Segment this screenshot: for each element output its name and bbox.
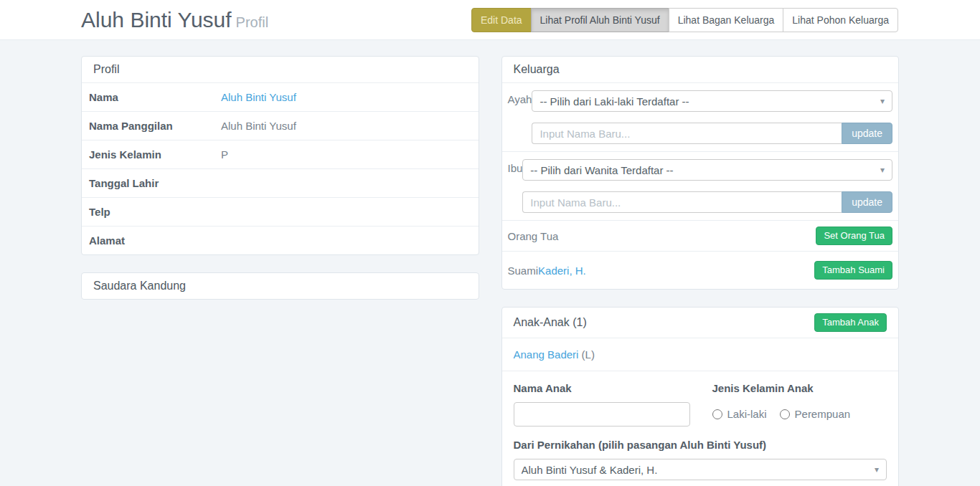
husband-label: Suami [508, 265, 539, 277]
parents-label: Orang Tua [508, 230, 559, 242]
profile-row-label: Nama Panggilan [88, 118, 221, 133]
right-column: Keluarga Ayah -- Pilih dari Laki-laki Te… [501, 56, 900, 486]
table-row: Jenis Kelamin P [82, 140, 479, 168]
gender-radio-female[interactable] [780, 409, 790, 419]
profile-row-label: Alamat [88, 233, 221, 248]
table-row: Nama Aluh Binti Yusuf [82, 82, 479, 111]
profile-row-value: P [221, 147, 473, 162]
table-row: Telp [82, 197, 479, 226]
chevron-down-icon: ▾ [875, 464, 879, 475]
set-parents-button[interactable]: Set Orang Tua [816, 227, 892, 245]
view-family-chart-button[interactable]: Lihat Bagan Keluarga [669, 8, 784, 32]
siblings-panel: Saudara Kandung [81, 272, 479, 300]
gender-option-female[interactable]: Perempuan [780, 408, 851, 420]
child-name-input[interactable] [514, 402, 690, 427]
left-column: Profil Nama Aluh Binti Yusuf Nama Panggi… [81, 56, 479, 317]
page-header: Aluh Binti YusufProfil Edit Data Lihat P… [0, 0, 980, 40]
father-label: Ayah [508, 90, 532, 144]
view-family-tree-button[interactable]: Lihat Pohon Keluarga [783, 8, 898, 32]
mother-update-button[interactable]: update [842, 191, 892, 213]
add-child-button[interactable]: Tambah Anak [814, 313, 887, 332]
gender-option-male-label: Laki-laki [727, 408, 767, 420]
profile-row-value [221, 176, 473, 191]
page-title-block: Aluh Binti YusufProfil [81, 8, 268, 32]
parents-row: Orang Tua Set Orang Tua [502, 220, 899, 251]
profile-row-label: Telp [88, 204, 221, 219]
profile-row-label: Jenis Kelamin [88, 147, 221, 162]
husband-name-link[interactable]: Kaderi, H. [538, 265, 586, 277]
profile-row-value [221, 233, 473, 248]
page-subtitle: Profil [236, 14, 269, 30]
mother-select-value: -- Pilih dari Wanita Terdaftar -- [530, 164, 673, 176]
child-gender-suffix: (L) [578, 348, 595, 361]
siblings-panel-title: Saudara Kandung [82, 273, 479, 299]
chevron-down-icon: ▾ [880, 165, 885, 175]
profile-panel: Profil Nama Aluh Binti Yusuf Nama Panggi… [81, 56, 479, 255]
table-row: Alamat [82, 226, 479, 254]
child-name-link[interactable]: Anang Baderi [514, 348, 579, 361]
mother-new-name-group: update [522, 191, 892, 213]
table-row: Nama Panggilan Aluh Binti Yusuf [82, 111, 479, 140]
child-gender-options: Laki-laki Perempuan [712, 408, 887, 420]
marriage-label: Dari Pernikahan (pilih pasangan Aluh Bin… [514, 439, 887, 452]
add-child-form: Nama Anak Jenis Kelamin Anak Laki-laki [502, 371, 899, 486]
family-panel: Keluarga Ayah -- Pilih dari Laki-laki Te… [501, 56, 900, 290]
father-select-value: -- Pilih dari Laki-laki Terdaftar -- [540, 95, 689, 108]
view-profile-button[interactable]: Lihat Profil Aluh Binti Yusuf [531, 8, 669, 32]
children-panel-heading: Anak-Anak (1) Tambah Anak [502, 308, 899, 338]
marriage-select[interactable]: Aluh Binti Yusuf & Kaderi, H. ▾ [514, 459, 887, 480]
profile-panel-title: Profil [82, 57, 479, 82]
add-husband-button[interactable]: Tambah Suami [814, 261, 892, 280]
gender-option-male[interactable]: Laki-laki [712, 408, 767, 420]
children-panel-title: Anak-Anak (1) [514, 315, 587, 330]
family-panel-title: Keluarga [502, 57, 899, 82]
gender-radio-male[interactable] [712, 409, 722, 419]
child-gender-label: Jenis Kelamin Anak [712, 382, 887, 395]
table-row: Tanggal Lahir [82, 168, 479, 197]
list-item: Anang Baderi (L) [502, 338, 899, 371]
father-new-name-input[interactable] [532, 123, 842, 144]
child-name-label: Nama Anak [514, 382, 690, 395]
profile-row-value [221, 204, 473, 219]
profile-row-label: Tanggal Lahir [88, 176, 221, 191]
marriage-select-value: Aluh Binti Yusuf & Kaderi, H. [522, 464, 658, 476]
profile-row-value: Aluh Binti Yusuf [221, 118, 473, 133]
mother-label: Ibu [508, 159, 523, 213]
husband-row: Suami Kaderi, H. Tambah Suami [502, 251, 899, 289]
profile-row-label: Nama [88, 90, 221, 105]
father-new-name-group: update [532, 123, 892, 144]
view-nav-button-group: Edit Data Lihat Profil Aluh Binti Yusuf … [471, 8, 898, 32]
page-title: Aluh Binti Yusuf [81, 8, 232, 32]
main-content: Profil Nama Aluh Binti Yusuf Nama Panggi… [81, 56, 899, 486]
father-select[interactable]: -- Pilih dari Laki-laki Terdaftar -- ▾ [532, 90, 892, 112]
profile-name-link[interactable]: Aluh Binti Yusuf [221, 91, 296, 103]
mother-new-name-input[interactable] [522, 191, 842, 213]
chevron-down-icon: ▾ [880, 96, 885, 106]
father-row: Ayah -- Pilih dari Laki-laki Terdaftar -… [502, 82, 899, 151]
father-update-button[interactable]: update [842, 123, 892, 144]
mother-row: Ibu -- Pilih dari Wanita Terdaftar -- ▾ … [502, 151, 899, 220]
mother-select[interactable]: -- Pilih dari Wanita Terdaftar -- ▾ [522, 159, 892, 181]
children-panel: Anak-Anak (1) Tambah Anak Anang Baderi (… [501, 307, 900, 486]
edit-data-button[interactable]: Edit Data [471, 8, 532, 32]
gender-option-female-label: Perempuan [795, 408, 851, 420]
